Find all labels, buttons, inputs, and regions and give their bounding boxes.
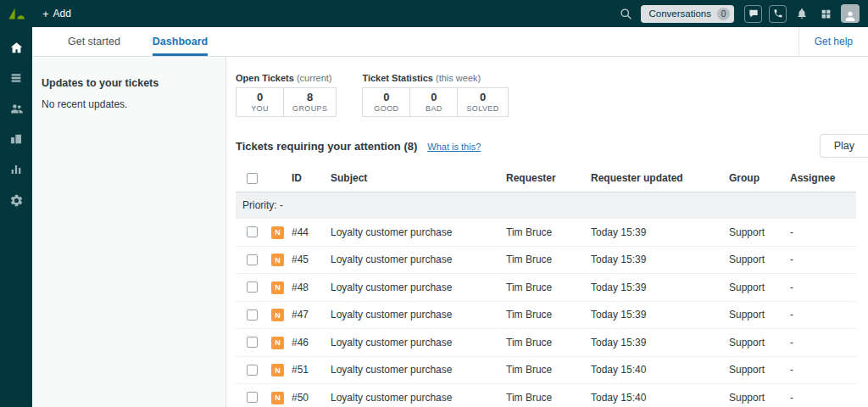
phone-icon[interactable] xyxy=(769,5,787,23)
new-ticket-badge: N xyxy=(271,337,284,349)
ticket-statistics-stats: Ticket Statistics (this week) 0 GOOD 0 B… xyxy=(362,73,508,117)
header-requester-updated[interactable]: Requester updated xyxy=(584,164,722,192)
table-row[interactable]: N #46 Loyalty customer purchase Tim Bruc… xyxy=(236,329,856,357)
ticket-subject[interactable]: Loyalty customer purchase xyxy=(324,274,499,302)
ticket-statistics-boxes: 0 GOOD 0 BAD 0 SOLVED xyxy=(362,87,508,117)
sidebar xyxy=(0,0,32,407)
row-checkbox[interactable] xyxy=(247,337,258,348)
home-icon xyxy=(9,41,24,59)
table-row[interactable]: N #50 Loyalty customer purchase Tim Bruc… xyxy=(236,384,856,407)
open-tickets-boxes: 0 YOU 8 GROUPS xyxy=(236,87,337,117)
sidebar-item-organizations[interactable] xyxy=(0,125,32,156)
tab-dashboard[interactable]: Dashboard xyxy=(153,27,208,56)
sidebar-item-views[interactable] xyxy=(0,64,32,95)
topbar: + Add Conversations 0 xyxy=(32,0,868,27)
row-checkbox[interactable] xyxy=(247,254,258,265)
avatar[interactable] xyxy=(841,4,860,23)
header-id[interactable]: ID xyxy=(285,164,324,192)
stat-box-groups[interactable]: 8 GROUPS xyxy=(283,87,337,117)
ticket-subject[interactable]: Loyalty customer purchase xyxy=(324,356,499,384)
sidebar-item-reporting[interactable] xyxy=(0,156,32,187)
table-row[interactable]: N #48 Loyalty customer purchase Tim Bruc… xyxy=(236,274,856,302)
ticket-group: Support xyxy=(722,219,783,247)
open-tickets-title: Open Tickets xyxy=(236,73,294,83)
ticket-subject[interactable]: Loyalty customer purchase xyxy=(324,329,499,357)
stat-label: YOU xyxy=(245,104,275,113)
search-icon[interactable] xyxy=(617,5,634,22)
table-row[interactable]: N #44 Loyalty customer purchase Tim Bruc… xyxy=(236,219,856,247)
ticket-subject[interactable]: Loyalty customer purchase xyxy=(324,384,499,407)
ticket-id: #44 xyxy=(285,219,324,247)
sidebar-item-admin[interactable] xyxy=(0,187,32,217)
stat-value: 0 xyxy=(245,91,275,103)
zendesk-logo-icon[interactable] xyxy=(8,5,25,25)
header-requester[interactable]: Requester xyxy=(499,164,584,192)
conversations-button[interactable]: Conversations 0 xyxy=(641,5,734,23)
play-button[interactable]: Play xyxy=(820,134,868,158)
ticket-id: #51 xyxy=(285,356,324,384)
tab-bar: Get started Dashboard Get help xyxy=(32,27,868,57)
ticket-updated: Today 15:40 xyxy=(584,356,722,384)
priority-group-label: Priority: - xyxy=(236,192,856,219)
sidebar-item-home[interactable] xyxy=(0,34,32,64)
attention-header: Tickets requiring your attention (8) Wha… xyxy=(236,140,868,153)
row-checkbox[interactable] xyxy=(247,365,258,376)
apps-grid-icon[interactable] xyxy=(817,5,834,22)
conversations-label: Conversations xyxy=(648,8,711,19)
organizations-icon xyxy=(9,132,23,149)
stat-label: GROUPS xyxy=(292,104,327,113)
stat-box-you[interactable]: 0 YOU xyxy=(236,87,284,117)
tabs: Get started Dashboard xyxy=(32,27,208,56)
table-row[interactable]: N #45 Loyalty customer purchase Tim Bruc… xyxy=(236,246,856,274)
stat-value: 0 xyxy=(419,91,448,103)
sidebar-item-customers[interactable] xyxy=(0,95,32,125)
stat-box-solved[interactable]: 0 SOLVED xyxy=(457,87,508,117)
header-subject[interactable]: Subject xyxy=(324,164,499,192)
ticket-group: Support xyxy=(722,329,783,357)
row-checkbox[interactable] xyxy=(247,309,258,321)
updates-empty-text: No recent updates. xyxy=(42,98,215,110)
ticket-requester: Tim Bruce xyxy=(499,356,584,384)
new-ticket-badge: N xyxy=(271,364,284,376)
ticket-subject[interactable]: Loyalty customer purchase xyxy=(324,219,499,247)
ticket-group: Support xyxy=(722,246,783,274)
ticket-id: #48 xyxy=(285,274,324,302)
ticket-updated: Today 15:39 xyxy=(584,219,722,247)
open-tickets-subtitle: (current) xyxy=(297,73,332,83)
ticket-requester: Tim Bruce xyxy=(499,219,584,247)
ticket-assignee: - xyxy=(783,274,856,302)
row-checkbox[interactable] xyxy=(247,392,258,403)
what-is-this-link[interactable]: What is this? xyxy=(427,142,481,152)
tab-get-started[interactable]: Get started xyxy=(68,27,120,56)
ticket-updated: Today 15:39 xyxy=(584,246,722,274)
ticket-statistics-subtitle: (this week) xyxy=(436,73,481,83)
ticket-updated: Today 15:40 xyxy=(584,384,722,407)
stat-label: SOLVED xyxy=(466,104,498,113)
views-icon xyxy=(9,71,23,88)
ticket-assignee: - xyxy=(783,301,856,329)
ticket-updated: Today 15:39 xyxy=(584,329,722,357)
customers-icon xyxy=(9,102,24,120)
ticket-subject[interactable]: Loyalty customer purchase xyxy=(324,301,499,329)
ticket-requester: Tim Bruce xyxy=(499,274,584,302)
ticket-subject[interactable]: Loyalty customer purchase xyxy=(324,246,499,274)
select-all-checkbox[interactable] xyxy=(247,173,258,184)
row-checkbox[interactable] xyxy=(247,226,258,237)
add-button[interactable]: + Add xyxy=(42,8,71,20)
chat-icon[interactable] xyxy=(744,5,762,23)
ticket-assignee: - xyxy=(783,329,856,357)
stat-box-good[interactable]: 0 GOOD xyxy=(362,87,410,117)
stat-box-bad[interactable]: 0 BAD xyxy=(409,87,458,117)
topbar-actions: Conversations 0 xyxy=(617,4,860,23)
header-group[interactable]: Group xyxy=(722,164,783,192)
header-assignee[interactable]: Assignee xyxy=(783,164,856,192)
get-help-link[interactable]: Get help xyxy=(798,27,868,56)
table-row[interactable]: N #47 Loyalty customer purchase Tim Bruc… xyxy=(236,301,856,329)
table-row[interactable]: N #51 Loyalty customer purchase Tim Bruc… xyxy=(236,356,856,384)
priority-group-row: Priority: - xyxy=(236,192,856,219)
ticket-table-body: Priority: - N #44 Loyalty customer purch… xyxy=(236,192,856,407)
row-checkbox[interactable] xyxy=(247,282,258,293)
bell-icon[interactable] xyxy=(793,5,810,22)
ticket-assignee: - xyxy=(783,219,856,247)
ticket-id: #50 xyxy=(285,384,324,407)
